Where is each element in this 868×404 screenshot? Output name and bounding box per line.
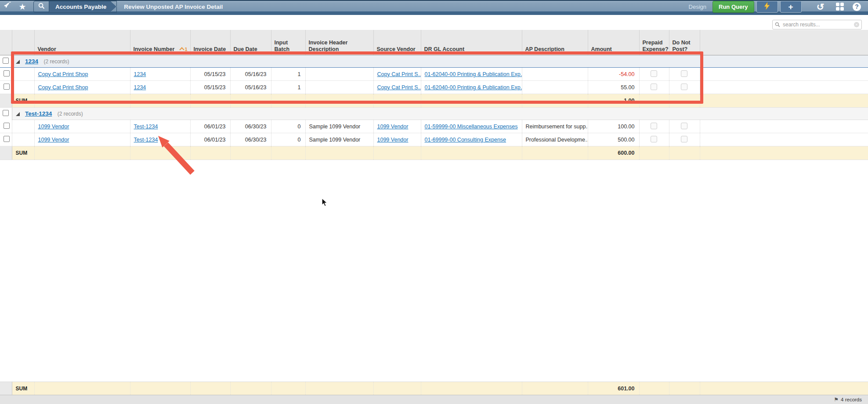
favorites-button[interactable]: ★ (15, 1, 30, 12)
group-record-count: (2 records) (58, 111, 83, 117)
grand-total-row: SUM 601.00 (0, 382, 868, 395)
vendor-link[interactable]: 1099 Vendor (38, 137, 69, 143)
record-count: 4 records (841, 397, 862, 402)
page-title: Review Unposted AP Invoice Detail (124, 4, 223, 10)
column-header-prepaid-expense[interactable]: Prepaid Expense? (639, 30, 669, 55)
vendor-cell: Copy Cat Print Shop (34, 68, 130, 81)
column-header-input-batch[interactable]: Input Batch (271, 30, 305, 55)
grand-sum-amount: 601.00 (588, 382, 639, 395)
sum-empty-cell (639, 94, 669, 108)
gl-account-cell: 01-69999-00 Consulting Expense (421, 133, 522, 146)
vendor-link[interactable]: Copy Cat Print Shop (38, 84, 88, 91)
column-header-invoice-header-description[interactable]: Invoice Header Description (305, 30, 373, 55)
table-row: Copy Cat Print Shop 1234 05/15/23 05/16/… (0, 68, 868, 81)
history-button[interactable]: ↺ (814, 2, 827, 11)
nav-search-button[interactable] (34, 1, 49, 12)
prepaid-checkbox (651, 70, 657, 77)
indent-cell (12, 81, 34, 94)
collapse-group-icon[interactable] (16, 112, 20, 116)
sum-empty-cell (130, 146, 190, 160)
run-query-button[interactable]: Run Query (712, 1, 754, 13)
invoice-number-cell: Test-1234 (130, 120, 190, 133)
prepaid-expense-cell (639, 120, 669, 133)
sum-spacer-cell (0, 146, 12, 160)
launch-button[interactable] (0, 1, 15, 12)
column-header-invoice-date[interactable]: Invoice Date (190, 30, 230, 55)
row-checkbox[interactable] (3, 110, 9, 116)
row-select-cell (0, 108, 12, 120)
collapse-group-icon[interactable] (16, 60, 20, 64)
gl-account-link[interactable]: 01-59999-00 Miscellaneous Expenses (425, 124, 518, 130)
source-vendor-link[interactable]: Copy Cat Print S… (377, 84, 421, 91)
question-mark-icon: ? (855, 3, 859, 10)
search-results-box: × (772, 20, 862, 29)
prepaid-expense-cell (639, 133, 669, 146)
invoice-header-description-cell (305, 68, 373, 81)
quick-actions-button[interactable] (756, 1, 778, 13)
apps-grid-button[interactable] (836, 3, 844, 11)
group-link[interactable]: 1234 (25, 58, 38, 65)
sum-empty-cell (190, 382, 230, 395)
gl-account-link[interactable]: 01-62040-00 Printing & Publication Exp… (425, 84, 522, 91)
lightning-bolt-icon (764, 2, 770, 11)
sum-empty-cell (421, 382, 522, 395)
column-header-ap-description[interactable]: AP Description (522, 30, 588, 55)
sum-label: SUM (16, 386, 28, 392)
breadcrumb-item-accounts-payable[interactable]: Accounts Payable (49, 1, 111, 12)
source-vendor-link[interactable]: Copy Cat Print S… (377, 71, 421, 77)
sum-empty-cell (522, 94, 588, 108)
invoice-number-link[interactable]: 1234 (134, 71, 146, 77)
source-vendor-link[interactable]: 1099 Vendor (377, 137, 409, 143)
column-header-source-vendor[interactable]: Source Vendor (373, 30, 421, 55)
search-results-input[interactable] (782, 21, 854, 28)
prepaid-checkbox (651, 84, 657, 90)
grid-square-icon (840, 3, 844, 6)
due-date-cell: 05/16/23 (230, 81, 271, 94)
vendor-link[interactable]: 1099 Vendor (38, 124, 69, 130)
prepaid-expense-cell (639, 81, 669, 94)
input-batch-cell: 1 (271, 81, 305, 94)
indent-cell (12, 120, 34, 133)
column-header-invoice-number[interactable]: Invoice Number 1 (130, 30, 190, 55)
top-navigation-bar: ★ Accounts Payable Review Unposted AP In… (0, 0, 868, 15)
group-record-count: (2 records) (44, 58, 69, 65)
row-checkbox[interactable] (4, 70, 10, 76)
source-vendor-link[interactable]: 1099 Vendor (377, 124, 409, 130)
sum-empty-cell (522, 382, 588, 395)
column-header-do-not-post[interactable]: Do Not Post? (669, 30, 700, 55)
row-checkbox[interactable] (4, 123, 10, 129)
help-button[interactable]: ? (853, 3, 861, 11)
gl-account-link[interactable]: 01-62040-00 Printing & Publication Exp… (425, 71, 522, 77)
status-bar: ⚑ 4 records (0, 395, 868, 404)
prepaid-checkbox (651, 123, 657, 129)
sum-empty-cell (271, 382, 305, 395)
invoice-number-link[interactable]: 1234 (134, 84, 146, 91)
due-date-cell: 05/16/23 (230, 68, 271, 81)
star-icon: ★ (18, 3, 26, 11)
gl-account-link[interactable]: 01-69999-00 Consulting Expense (425, 137, 506, 143)
invoice-number-link[interactable]: Test-1234 (134, 137, 158, 143)
row-select-cell (0, 68, 12, 81)
source-vendor-cell: 1099 Vendor (373, 133, 421, 146)
clear-search-icon[interactable]: × (854, 22, 859, 27)
sum-empty-cell (305, 94, 373, 108)
group-sum-row: SUM 600.00 (0, 146, 868, 160)
add-button[interactable]: + (780, 1, 802, 13)
column-header-vendor[interactable]: Vendor (34, 30, 130, 55)
search-icon (38, 3, 45, 11)
sum-empty-cell (421, 94, 522, 108)
flag-icon: ⚑ (834, 397, 839, 403)
row-checkbox[interactable] (3, 58, 9, 64)
row-checkbox[interactable] (4, 84, 10, 90)
do-not-post-checkbox (681, 136, 687, 142)
column-header-due-date[interactable]: Due Date (230, 30, 271, 55)
column-header-dr-gl-account[interactable]: DR GL Account (421, 30, 522, 55)
invoice-number-link[interactable]: Test-1234 (134, 124, 158, 130)
vendor-link[interactable]: Copy Cat Print Shop (38, 71, 88, 77)
table-row: 1099 Vendor Test-1234 06/01/23 06/30/23 … (0, 120, 868, 133)
design-link[interactable]: Design (689, 4, 706, 10)
row-checkbox[interactable] (4, 136, 10, 142)
column-header-amount[interactable]: Amount (588, 30, 639, 55)
group-link[interactable]: Test-1234 (25, 110, 52, 117)
table-row: 1099 Vendor Test-1234 06/01/23 06/30/23 … (0, 133, 868, 146)
